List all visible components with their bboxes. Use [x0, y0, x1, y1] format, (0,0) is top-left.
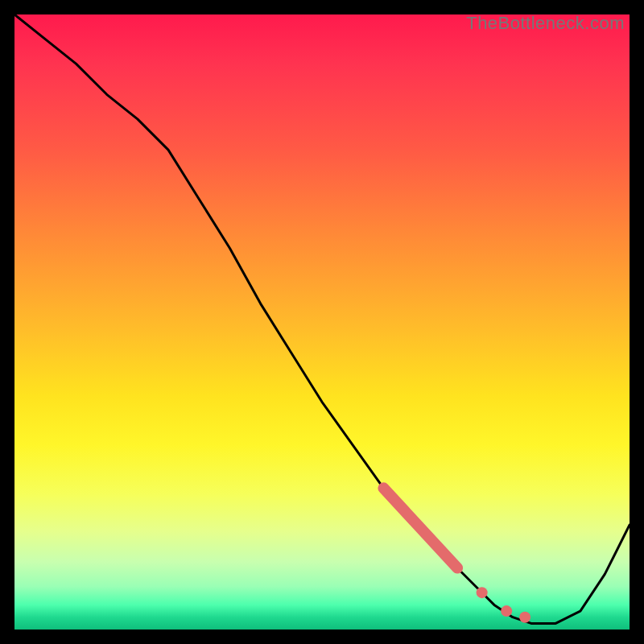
- marker-dot2: [501, 605, 512, 617]
- series-curve: [14, 14, 630, 623]
- plot-area: [14, 14, 630, 630]
- highlight-segment: [383, 488, 457, 568]
- marker-dot3: [519, 612, 530, 623]
- marker-dot1: [477, 587, 488, 598]
- watermark-text: TheBottleneck.com: [466, 13, 625, 34]
- chart-frame: TheBottleneck.com: [0, 0, 644, 644]
- chart-svg: [14, 14, 630, 630]
